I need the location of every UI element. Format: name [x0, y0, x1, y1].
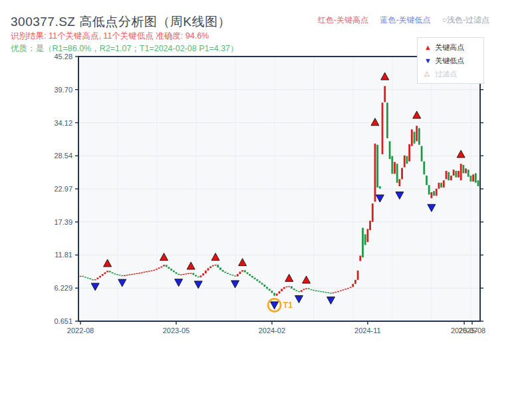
candle — [104, 272, 106, 274]
candle — [320, 291, 322, 292]
candle — [340, 291, 342, 291]
candle — [446, 171, 448, 179]
candle — [350, 287, 352, 288]
y-tick-label: 17.39 — [54, 218, 72, 226]
candle — [458, 171, 460, 178]
candle — [158, 267, 160, 269]
candle — [112, 272, 114, 273]
candle — [212, 265, 214, 267]
legend-item-label: 关键高点 — [435, 43, 464, 53]
candle — [251, 276, 253, 278]
candle — [188, 273, 190, 274]
candle — [404, 156, 406, 168]
candle — [119, 275, 121, 275]
candle — [323, 291, 325, 292]
candle — [138, 273, 140, 273]
candle — [276, 294, 278, 296]
page-title: 300377.SZ 高低点分析图（周K线图） — [11, 13, 231, 31]
candle — [84, 277, 86, 277]
candle — [423, 162, 425, 175]
candle — [357, 271, 359, 280]
candle — [372, 203, 374, 222]
candle — [222, 270, 224, 272]
candle — [450, 176, 452, 180]
candle — [180, 275, 182, 275]
candle — [335, 292, 337, 293]
candle — [298, 291, 300, 292]
candle — [244, 270, 246, 272]
candle — [227, 273, 229, 274]
legend-filter-text: ○浅色-过滤点 — [442, 15, 489, 25]
candle — [428, 185, 430, 194]
candle — [308, 288, 310, 289]
candle — [136, 273, 138, 274]
candle — [219, 267, 221, 270]
candle — [87, 277, 89, 278]
candle — [237, 274, 239, 277]
candle — [207, 268, 209, 271]
candle — [261, 283, 263, 285]
filter-triangle-icon: △ — [424, 70, 435, 77]
candle — [200, 275, 201, 277]
t1-label: T1 — [283, 301, 293, 310]
candle — [342, 289, 344, 290]
candle — [99, 276, 101, 278]
candle — [160, 267, 162, 268]
candle — [166, 265, 168, 267]
candle — [366, 229, 368, 242]
candle — [347, 288, 349, 289]
candle — [374, 144, 376, 201]
candle — [239, 272, 241, 275]
candle — [273, 293, 275, 295]
candle — [234, 275, 236, 276]
key-high-triangle-icon: ▲ — [424, 44, 435, 51]
candle — [126, 275, 128, 275]
candle — [470, 176, 472, 182]
candle — [467, 170, 469, 177]
candle — [94, 279, 96, 280]
candle — [421, 146, 423, 161]
candle — [332, 293, 334, 293]
candle — [209, 267, 211, 269]
candle — [168, 267, 170, 269]
candle — [215, 265, 217, 265]
candle — [295, 290, 297, 291]
candle — [266, 287, 268, 289]
candle — [178, 274, 180, 275]
candle — [369, 221, 371, 230]
candle — [151, 271, 153, 271]
candle — [288, 286, 290, 287]
candle — [82, 276, 84, 277]
legend-key-high-text: 红色-关键高点 — [318, 15, 368, 25]
recognition-result-line: 识别结果: 11个关键高点, 11个关键低点 准确度: 94.6% — [11, 31, 209, 42]
candle — [384, 86, 386, 102]
x-tick-label: 2023-05 — [163, 327, 190, 334]
candle — [330, 293, 332, 293]
key-low-triangle-icon: ▼ — [424, 57, 435, 65]
candle — [462, 165, 464, 173]
candle — [229, 274, 231, 275]
candle — [109, 271, 111, 272]
candle — [241, 270, 243, 271]
candle — [411, 130, 413, 146]
candle — [231, 275, 233, 275]
candle — [144, 272, 146, 273]
candle — [436, 189, 438, 196]
legend-item-key-low: ▼ 关键低点 — [424, 54, 483, 67]
plot-legend-box: ▲ 关键高点 ▼ 关键低点 △ 过滤点 — [417, 37, 484, 84]
candle — [391, 156, 393, 174]
candle — [80, 276, 82, 277]
candle — [362, 228, 364, 258]
candle — [305, 288, 307, 289]
candle — [114, 273, 116, 274]
candle — [259, 281, 261, 283]
candle — [389, 141, 391, 159]
y-tick-label: 0.651 — [54, 317, 72, 325]
candle — [163, 265, 165, 266]
candle — [433, 191, 435, 196]
y-tick-label: 39.70 — [54, 86, 72, 94]
candle — [256, 279, 258, 281]
candle — [418, 128, 420, 145]
candle — [247, 272, 249, 274]
candle — [279, 291, 281, 294]
